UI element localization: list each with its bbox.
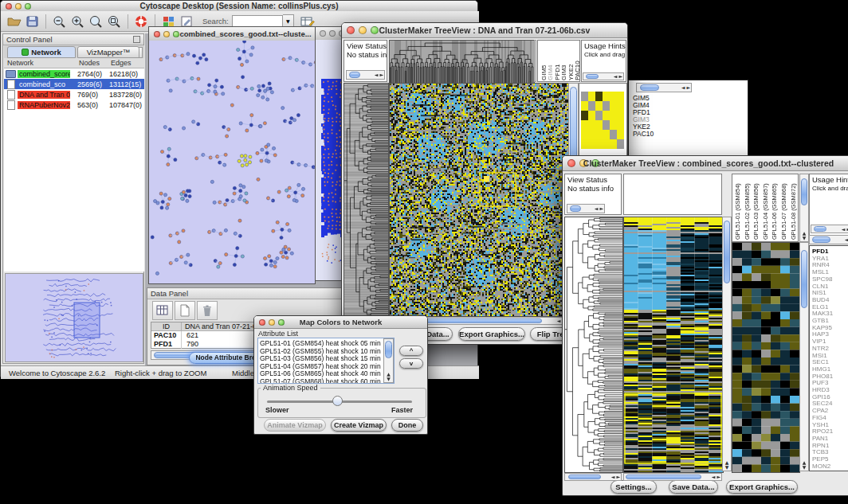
- heatmap-cell[interactable]: [617, 101, 624, 111]
- gene-label[interactable]: PAN1: [812, 435, 828, 442]
- scrollbar-thumb[interactable]: [349, 72, 360, 78]
- zoom-in-icon[interactable]: [69, 14, 87, 29]
- heatmap-cell[interactable]: [610, 139, 617, 149]
- tab-network[interactable]: Network: [7, 46, 76, 58]
- scrollbar[interactable]: ▲▼: [799, 242, 809, 471]
- heatmap-zoom-view[interactable]: [732, 242, 800, 473]
- heatmap-cell[interactable]: [588, 111, 595, 120]
- heatmap-cell[interactable]: [610, 92, 617, 101]
- scrollbar[interactable]: ◄ ►: [636, 83, 692, 92]
- heatmap-cell[interactable]: [595, 120, 603, 130]
- scroll-arrows-icon[interactable]: ◄ ►: [842, 227, 848, 232]
- attribute-list-item[interactable]: GPL51-04 (GSM857) heat shock 20 min: [260, 362, 381, 370]
- move-up-button[interactable]: ^: [399, 346, 423, 356]
- zoom-fit-icon[interactable]: [105, 14, 124, 29]
- create-vizmap-button[interactable]: Create Vizmap: [331, 419, 387, 432]
- heatmap-cell[interactable]: [588, 120, 595, 130]
- column-label[interactable]: GPL51-03 (GSM856): [752, 176, 760, 240]
- gene-label[interactable]: VIP1: [812, 338, 826, 345]
- heatmap-cell[interactable]: [610, 120, 617, 130]
- gene-label[interactable]: SPC98: [812, 275, 832, 283]
- gene-label[interactable]: MSI1: [812, 352, 827, 359]
- heatmap-cell[interactable]: [617, 120, 624, 130]
- network-list-item[interactable]: RNAPuberNov2+563(0)107847(0): [4, 100, 144, 110]
- scrollbar-thumb[interactable]: [814, 226, 826, 232]
- heatmap-cell[interactable]: [603, 120, 610, 130]
- scrollbar-thumb[interactable]: [586, 74, 598, 79]
- gene-label[interactable]: CPA2: [812, 407, 828, 414]
- scroll-arrows-icon[interactable]: ◄ ►: [375, 72, 383, 77]
- scroll-arrows-icon[interactable]: ◄ ►: [845, 237, 848, 242]
- gene-label[interactable]: FIG4: [812, 414, 826, 421]
- window-titlebar[interactable]: Cytoscape Desktop (Session Name: collins…: [1, 1, 477, 12]
- search-input[interactable]: [232, 15, 283, 27]
- float-panel-icon[interactable]: [133, 36, 140, 43]
- scroll-arrows-icon[interactable]: ◄ ►: [595, 206, 603, 211]
- gene-label[interactable]: MON2: [812, 463, 830, 470]
- row-dendrogram[interactable]: [344, 83, 389, 317]
- scroll-arrows-icon[interactable]: ◄ ►: [712, 475, 720, 479]
- gene-label[interactable]: HAP3: [812, 330, 829, 338]
- gene-label[interactable]: GTB1: [812, 317, 829, 324]
- heatmap-cell[interactable]: [581, 130, 588, 139]
- treeview-button[interactable]: Settings...: [610, 480, 657, 494]
- scrollbar-thumb[interactable]: [801, 178, 807, 205]
- column-label[interactable]: GPL51-07 (GSM868): [780, 176, 787, 240]
- attribute-list-item[interactable]: GPL51-03 (GSM856) heat shock 15 min: [260, 354, 381, 362]
- column-label[interactable]: GPL51-06 (GSM865): [771, 176, 778, 240]
- scroll-arrows-icon[interactable]: ▲▼: [800, 460, 808, 470]
- gene-label[interactable]: RPO21: [812, 428, 833, 435]
- heatmap-cell[interactable]: [617, 130, 624, 139]
- scrollbar-thumb[interactable]: [801, 250, 807, 308]
- column-label[interactable]: PAC10: [574, 42, 580, 80]
- delete-attribute-icon[interactable]: [197, 301, 218, 320]
- heatmap-cell[interactable]: [588, 101, 595, 111]
- heatmap-cell[interactable]: [595, 111, 603, 120]
- heatmap-global-view[interactable]: [389, 83, 569, 317]
- table-cell-id[interactable]: PFD1: [151, 340, 182, 349]
- heatmap-cell[interactable]: [603, 139, 610, 149]
- gene-label[interactable]: PEP5: [812, 455, 828, 463]
- column-dendrogram-panel[interactable]: [623, 174, 722, 215]
- scrollbar-thumb[interactable]: [640, 84, 658, 91]
- heatmap-cell[interactable]: [588, 139, 595, 149]
- heatmap-cell[interactable]: [610, 130, 617, 139]
- scrollbar[interactable]: ◄ ►: [564, 473, 622, 481]
- scroll-arrows-icon[interactable]: ▲▼: [384, 372, 393, 381]
- window-titlebar[interactable]: ClusterMaker TreeView : combined_scores_…: [563, 156, 848, 171]
- gene-label[interactable]: RPN1: [812, 442, 829, 449]
- scrollbar-thumb[interactable]: [626, 475, 701, 479]
- scrollbar-thumb[interactable]: [724, 221, 730, 283]
- new-attribute-icon[interactable]: [175, 301, 195, 320]
- network-list-item[interactable]: combined_scores2764(0)16218(0): [4, 68, 144, 79]
- heatmap-cell[interactable]: [603, 130, 610, 139]
- heatmap-cell[interactable]: [588, 130, 595, 139]
- heatmap-cell[interactable]: [603, 101, 610, 111]
- animate-vizmap-button[interactable]: Animate Vizmap: [264, 419, 326, 432]
- heatmap-cell[interactable]: [603, 111, 610, 120]
- heatmap-cell[interactable]: [581, 101, 588, 111]
- attribute-list[interactable]: GPL51-01 (GSM854) heat shock 05 minGPL51…: [257, 338, 395, 384]
- scrollbar[interactable]: ◄ ►: [346, 70, 385, 80]
- attribute-list-item[interactable]: GPL51-02 (GSM855) heat shock 10 min: [260, 347, 381, 355]
- heatmap-cell[interactable]: [581, 111, 588, 120]
- heatmap-global-view[interactable]: [623, 217, 724, 473]
- heatmap-cell[interactable]: [617, 111, 624, 120]
- row-dendrogram[interactable]: [564, 217, 623, 473]
- attribute-list-item[interactable]: GPL51-01 (GSM854) heat shock 05 min: [260, 339, 381, 347]
- scroll-arrows-icon[interactable]: ◄ ►: [681, 85, 690, 90]
- gene-label[interactable]: NIS1: [812, 289, 826, 296]
- network-view-canvas[interactable]: [149, 41, 315, 283]
- window-titlebar[interactable]: combined_scores_good.txt--cluste...: [149, 27, 315, 41]
- heatmap-cell[interactable]: [581, 139, 588, 149]
- heatmap-cell[interactable]: [603, 92, 610, 101]
- gene-label[interactable]: HMG1: [812, 365, 830, 373]
- column-dendrogram[interactable]: [389, 40, 535, 84]
- gene-label[interactable]: YRA1: [812, 255, 829, 262]
- gene-label[interactable]: GPI16: [812, 393, 830, 400]
- gene-label[interactable]: PFD1: [812, 248, 828, 255]
- heatmap-cell[interactable]: [617, 139, 624, 149]
- zoom-out-icon[interactable]: [50, 14, 69, 29]
- scrollbar-thumb[interactable]: [812, 236, 830, 243]
- scroll-arrows-icon[interactable]: ◄ ►: [611, 475, 620, 479]
